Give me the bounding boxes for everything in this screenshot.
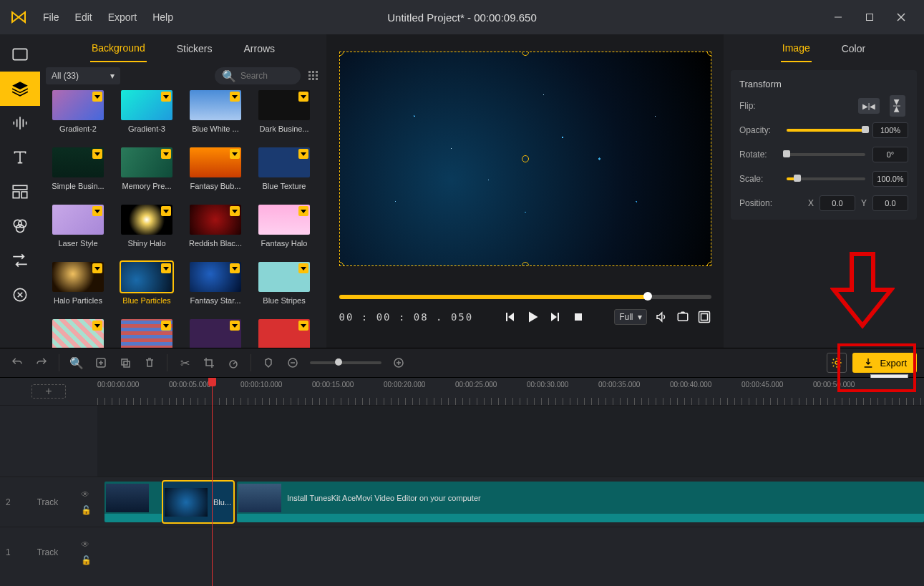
timeline-body[interactable]: 00:00:00.00000:00:05.00000:00:10.00000:0… (97, 378, 924, 586)
download-icon[interactable] (298, 263, 308, 273)
asset-item[interactable]: Red Blue Plaid (115, 319, 179, 348)
asset-item[interactable]: Shiny Halo (115, 205, 179, 259)
resize-handle[interactable] (707, 52, 711, 56)
asset-item[interactable]: Fantasy Star... (183, 262, 248, 316)
download-icon[interactable] (92, 149, 102, 159)
split-button[interactable]: ✂ (175, 353, 195, 373)
asset-search[interactable]: 🔍 (215, 67, 301, 84)
export-button[interactable]: Export (852, 353, 917, 373)
visibility-icon[interactable]: 👁 (81, 489, 92, 499)
fullscreen-icon[interactable] (697, 310, 711, 324)
asset-item[interactable]: Gradient-3 (115, 90, 179, 145)
stop-button[interactable] (571, 310, 585, 324)
download-icon[interactable] (161, 206, 171, 216)
search-timeline-icon[interactable]: 🔍 (67, 353, 87, 373)
download-icon[interactable] (230, 92, 240, 102)
grid-view-icon[interactable] (306, 69, 321, 83)
asset-item[interactable]: Fantasy Bub... (183, 147, 248, 202)
volume-icon[interactable] (654, 310, 668, 324)
pos-x-value[interactable]: 0.0 (820, 195, 855, 211)
resize-handle[interactable] (522, 262, 529, 266)
next-frame-button[interactable] (548, 310, 563, 324)
delete-button[interactable] (140, 353, 160, 373)
add-track-button[interactable]: + (31, 384, 66, 399)
rotate-value[interactable]: 0° (872, 147, 908, 162)
zoom-out-button[interactable] (283, 353, 303, 373)
tab-stickers[interactable]: Stickers (175, 36, 214, 62)
scale-value[interactable]: 100.0% (872, 171, 908, 187)
menu-file[interactable]: File (36, 7, 67, 27)
marker-button[interactable] (258, 353, 278, 373)
clip-blue-particles[interactable]: Blu... (163, 482, 233, 522)
flip-vertical-button[interactable]: ▶|◀ (890, 95, 905, 117)
tab-color[interactable]: Color (840, 36, 867, 62)
download-icon[interactable] (161, 92, 171, 102)
zoom-slider[interactable] (310, 361, 381, 364)
asset-item[interactable]: Red Candies (252, 319, 316, 348)
center-handle[interactable] (522, 155, 529, 162)
asset-item[interactable]: Blue Particles (115, 262, 179, 316)
menu-help[interactable]: Help (145, 7, 180, 27)
asset-item[interactable]: Laser Style (46, 205, 110, 259)
asset-item[interactable]: Blue Stripes (252, 262, 316, 316)
download-icon[interactable] (161, 263, 171, 273)
download-icon[interactable] (230, 149, 240, 159)
asset-item[interactable]: Gradient-2 (46, 90, 110, 145)
asset-filter-dropdown[interactable]: All (33) ▾ (46, 67, 120, 84)
settings-icon[interactable] (827, 353, 847, 373)
sidebar-audio-icon[interactable] (0, 106, 40, 140)
snapshot-icon[interactable] (676, 310, 690, 324)
tab-arrows[interactable]: Arrows (242, 36, 276, 62)
sidebar-text-icon[interactable] (0, 140, 40, 175)
sidebar-templates-icon[interactable] (0, 175, 40, 209)
download-icon[interactable] (230, 263, 240, 273)
track-header-2[interactable]: 2 Track 👁🔓 (0, 477, 97, 527)
download-icon[interactable] (161, 149, 171, 159)
crop-button[interactable] (199, 353, 219, 373)
resize-handle[interactable] (339, 262, 344, 266)
maximize-button[interactable] (854, 6, 885, 29)
visibility-icon[interactable]: 👁 (81, 539, 92, 550)
clip-video-2[interactable]: Install TunesKit AceMovi Video Editor on… (237, 482, 924, 522)
download-icon[interactable] (298, 321, 308, 331)
asset-item[interactable]: Purple Hearts (183, 319, 248, 348)
track-header-1[interactable]: 1 Track 👁🔓 (0, 527, 97, 577)
play-button[interactable] (525, 310, 540, 324)
add-button[interactable] (91, 353, 111, 373)
undo-button[interactable] (7, 353, 27, 373)
timeline-ruler[interactable]: 00:00:00.00000:00:05.00000:00:10.00000:0… (97, 378, 924, 405)
asset-item[interactable]: Simple Busin... (46, 147, 110, 202)
preview-size-dropdown[interactable]: Full▾ (614, 309, 646, 325)
opacity-slider[interactable] (787, 129, 865, 132)
asset-item[interactable]: Colorful Stri... (46, 319, 110, 348)
asset-item[interactable]: Blue White ... (183, 90, 248, 145)
sidebar-layers-icon[interactable] (0, 72, 40, 106)
sidebar-transitions-icon[interactable] (0, 243, 40, 278)
sidebar-more-icon[interactable] (0, 278, 40, 312)
download-icon[interactable] (298, 92, 308, 102)
opacity-value[interactable]: 100% (872, 122, 908, 138)
download-icon[interactable] (161, 321, 171, 331)
duplicate-button[interactable] (115, 353, 135, 373)
tab-background[interactable]: Background (90, 35, 147, 62)
download-icon[interactable] (298, 149, 308, 159)
asset-item[interactable]: Reddish Blac... (183, 205, 248, 259)
asset-item[interactable]: Halo Particles (46, 262, 110, 316)
sidebar-filters-icon[interactable] (0, 209, 40, 243)
download-icon[interactable] (92, 206, 102, 216)
close-button[interactable] (885, 6, 917, 29)
speed-button[interactable] (223, 353, 243, 373)
flip-horizontal-button[interactable]: ▶|◀ (858, 98, 880, 114)
scale-slider[interactable] (787, 177, 865, 180)
download-icon[interactable] (92, 321, 102, 331)
asset-item[interactable]: Blue Texture (252, 147, 316, 202)
playhead[interactable] (212, 378, 213, 586)
download-icon[interactable] (230, 321, 240, 331)
resize-handle[interactable] (339, 52, 344, 56)
resize-handle[interactable] (522, 52, 529, 56)
clip-video-1[interactable] (104, 482, 162, 522)
zoom-in-button[interactable] (389, 353, 409, 373)
asset-item[interactable]: Memory Pre... (115, 147, 179, 202)
download-icon[interactable] (230, 206, 240, 216)
tab-image[interactable]: Image (781, 35, 812, 62)
